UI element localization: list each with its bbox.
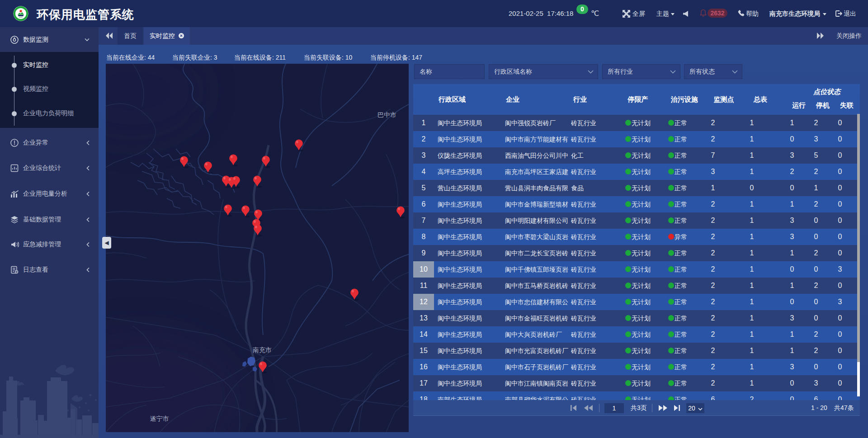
svg-text:遂宁市: 遂宁市 — [150, 415, 169, 422]
svg-text:巴中市: 巴中市 — [377, 111, 396, 118]
svg-text:南充市: 南充市 — [253, 346, 272, 353]
